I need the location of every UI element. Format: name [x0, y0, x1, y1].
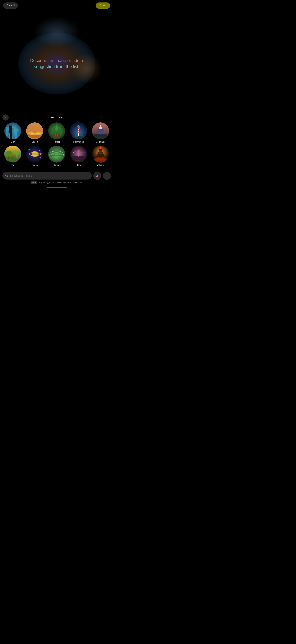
- svg-rect-24: [78, 130, 79, 131]
- svg-point-46: [28, 149, 30, 150]
- places-section: ‹ PLACES City Desert: [0, 116, 113, 169]
- place-circle-lighthouse: [70, 122, 87, 140]
- svg-point-52: [41, 153, 42, 154]
- describe-input[interactable]: [2, 172, 92, 180]
- plus-icon: [105, 174, 109, 178]
- svg-rect-15: [56, 133, 57, 138]
- main-area: Describe an image or add a suggestion fr…: [0, 11, 113, 116]
- svg-point-41: [14, 151, 19, 156]
- place-label-volcano: Volcano: [97, 164, 104, 166]
- svg-rect-23: [77, 126, 80, 127]
- svg-point-47: [39, 150, 40, 151]
- svg-rect-4: [12, 128, 14, 140]
- place-label-lighthouse: Lighthouse: [73, 140, 84, 143]
- places-header: ‹ PLACES: [2, 116, 111, 119]
- place-circle-stadium: [48, 146, 65, 162]
- svg-rect-17: [58, 134, 60, 138]
- place-item-forest[interactable]: Forest: [46, 122, 67, 143]
- svg-rect-57: [49, 155, 64, 156]
- place-circle-desert: [26, 122, 43, 140]
- places-title: PLACES: [2, 116, 111, 119]
- svg-rect-16: [53, 134, 55, 138]
- place-circle-stage: [70, 146, 87, 162]
- beta-badge: BETA: [30, 182, 37, 184]
- place-circle-park: [4, 146, 21, 162]
- place-label-forest: Forest: [54, 140, 60, 143]
- place-item-stadium[interactable]: Stadium: [46, 146, 67, 166]
- bottom-area: BETA Image Playground may create unexpec…: [0, 169, 113, 186]
- place-item-lighthouse[interactable]: Lighthouse: [68, 122, 89, 143]
- glow-top: [34, 17, 80, 48]
- place-label-desert: Desert: [32, 140, 38, 143]
- person-button[interactable]: [93, 172, 101, 180]
- apple-intelligence-icon: [5, 174, 9, 178]
- prompt-text: Describe an image or add a suggestion fr…: [27, 58, 86, 70]
- svg-rect-25: [78, 132, 79, 133]
- svg-rect-39: [15, 156, 16, 158]
- svg-rect-20: [78, 128, 79, 136]
- svg-point-49: [28, 157, 29, 158]
- back-button[interactable]: ‹: [2, 114, 9, 120]
- place-item-city[interactable]: City: [2, 122, 23, 143]
- place-item-desert[interactable]: Desert: [24, 122, 45, 143]
- svg-point-51: [38, 147, 38, 147]
- svg-line-80: [7, 174, 8, 175]
- places-grid: City Desert Forest: [2, 122, 111, 166]
- svg-point-50: [32, 148, 33, 148]
- svg-rect-40: [18, 156, 19, 158]
- place-label-stadium: Stadium: [53, 164, 61, 166]
- svg-line-78: [6, 174, 6, 175]
- place-item-space[interactable]: Space: [24, 146, 45, 166]
- beta-label: Image Playground may create unexpected r…: [38, 182, 83, 184]
- place-item-volcano[interactable]: Volcano: [90, 146, 111, 166]
- svg-rect-2: [6, 127, 8, 136]
- svg-rect-7: [9, 133, 10, 140]
- svg-point-48: [39, 157, 41, 158]
- svg-point-27: [79, 135, 83, 136]
- place-circle-volcano: [92, 146, 109, 162]
- top-bar: Cancel Done: [0, 0, 113, 11]
- svg-point-82: [97, 174, 98, 176]
- place-item-stage[interactable]: Stage: [68, 146, 89, 166]
- place-circle-forest: [48, 122, 65, 140]
- svg-point-35: [5, 157, 20, 162]
- svg-point-67: [84, 152, 85, 153]
- svg-rect-6: [17, 131, 20, 140]
- place-circle-city: [4, 122, 21, 140]
- place-label-stage: Stage: [76, 164, 81, 166]
- cancel-button[interactable]: Cancel: [3, 2, 18, 9]
- svg-line-81: [6, 176, 6, 176]
- svg-rect-37: [8, 156, 9, 160]
- place-item-mountains[interactable]: Mountains: [90, 122, 111, 143]
- add-button[interactable]: [103, 172, 111, 180]
- home-indicator: [47, 187, 67, 188]
- place-circle-mountains: [92, 122, 109, 140]
- done-button[interactable]: Done: [96, 2, 110, 9]
- beta-row: BETA Image Playground may create unexpec…: [2, 182, 111, 184]
- person-icon: [95, 174, 99, 178]
- input-wrapper: [2, 172, 92, 180]
- svg-point-63: [77, 150, 80, 153]
- chevron-left-icon: ‹: [5, 116, 6, 119]
- svg-point-26: [74, 135, 79, 137]
- place-circle-space: [26, 146, 43, 162]
- place-label-mountains: Mountains: [96, 140, 106, 143]
- input-row: [2, 172, 111, 180]
- svg-point-66: [73, 152, 74, 153]
- place-label-space: Space: [32, 164, 38, 166]
- place-label-park: Park: [11, 164, 15, 166]
- place-item-park[interactable]: Park: [2, 146, 23, 166]
- svg-point-43: [32, 151, 38, 157]
- place-label-city: City: [11, 140, 15, 143]
- svg-line-79: [7, 176, 8, 176]
